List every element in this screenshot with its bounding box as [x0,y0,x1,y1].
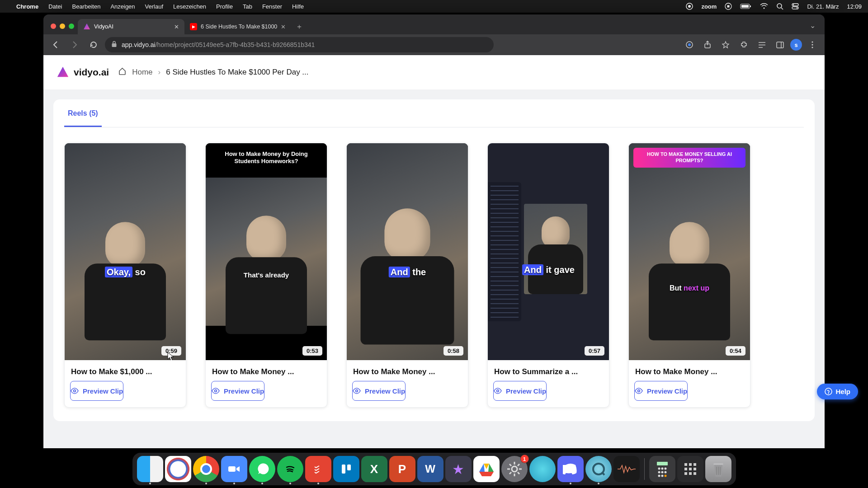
menubar-item[interactable]: Tab [243,3,252,10]
new-tab-button[interactable]: ＋ [293,20,306,33]
dock-todoist-icon[interactable] [305,456,331,482]
stop-circle-icon[interactable] [725,3,732,10]
close-window-button[interactable] [51,23,56,29]
preview-clip-button[interactable]: Preview Clip [352,381,406,401]
reel-card: How to Make Money by Doing Students Home… [205,143,327,408]
dock-imovie-icon[interactable]: ★ [445,456,472,482]
page-header: vidyo.ai Home › 6 Side Hustles To Make $… [43,55,825,89]
svg-rect-66 [684,468,687,470]
preview-clip-button[interactable]: Preview Clip [70,381,123,401]
wifi-icon[interactable] [760,3,768,9]
dock-quicktime-icon[interactable] [585,456,612,482]
menubar-item[interactable]: Verlauf [145,3,163,10]
svg-point-61 [661,475,663,477]
svg-rect-67 [689,468,692,470]
reel-caption: And the [389,267,426,277]
share-icon[interactable] [700,37,715,52]
menubar-item[interactable]: Anzeigen [110,3,135,10]
dock-discord-icon[interactable] [557,456,584,482]
duration-badge: 0:54 [726,346,745,356]
dock-launchpad-icon[interactable] [677,456,703,482]
record-icon[interactable] [686,3,693,10]
svg-rect-71 [693,472,696,475]
svg-point-1 [688,5,691,8]
brand-logo[interactable]: vidyo.ai [56,66,109,79]
svg-point-31 [497,390,499,392]
reel-caption: Okay, so [105,267,146,277]
search-icon[interactable] [776,3,783,10]
zoom-status[interactable]: zoom [701,3,717,10]
browser-toolbar: app.vidyo.ai/home/project/05149ee5-a7fb-… [43,34,825,55]
dock-trello-icon[interactable] [333,456,359,482]
svg-marker-42 [479,472,494,476]
help-widget[interactable]: Help [817,384,858,399]
reload-button[interactable] [86,37,101,52]
menubar-item[interactable]: Datei [48,3,62,10]
dock-word-icon[interactable]: W [417,456,443,482]
svg-point-25 [811,44,813,45]
dock-excel-icon[interactable]: X [361,456,387,482]
tab-close-icon[interactable]: ✕ [281,23,286,30]
browser-tab[interactable]: ▶ 6 Side Hustles To Make $1000 ✕ [184,19,291,34]
back-button[interactable] [48,37,63,52]
sidepanel-icon[interactable] [772,37,788,52]
breadcrumb-home[interactable]: Home [132,68,152,77]
reel-thumbnail[interactable]: HOW TO MAKE MONEY SELLING AI PROMPTS? Bu… [629,143,750,360]
menubar-item[interactable]: Bearbeiten [72,3,100,10]
menubar-item[interactable]: Lesezeichen [173,3,206,10]
tab-favicon-icon [83,23,90,30]
minimize-window-button[interactable] [60,23,65,29]
control-center-icon[interactable] [792,3,799,9]
chevron-right-icon: › [158,68,161,77]
dock-settings-icon[interactable]: 1 [501,456,528,482]
dock-safari-icon[interactable] [165,456,191,482]
reel-thumbnail[interactable]: And it gave 0:57 [488,143,609,360]
battery-icon[interactable] [740,3,752,9]
dock-finder-icon[interactable] [137,456,163,482]
menubar-app-name[interactable]: Chrome [16,3,38,10]
svg-rect-15 [112,43,117,47]
dock-zoom-icon[interactable] [221,456,247,482]
reel-caption: That's already [244,271,289,279]
dock-spotify-icon[interactable] [277,456,303,482]
svg-point-62 [664,475,666,477]
preview-clip-button[interactable]: Preview Clip [634,381,688,401]
bookmark-icon[interactable] [718,37,733,52]
reel-title: How to Summarize a ... [488,360,609,381]
google-lens-icon[interactable] [682,37,697,52]
home-icon[interactable] [118,67,127,78]
reel-title: How to Make Money ... [347,360,468,381]
dock-trash-icon[interactable] [705,456,731,482]
menubar-time[interactable]: 12:09 [847,3,862,10]
dock-calculator-icon[interactable] [649,456,675,482]
reel-thumbnail[interactable]: And the 0:58 [347,143,468,360]
menu-icon[interactable] [805,37,820,52]
extensions-icon[interactable] [736,37,751,52]
maximize-window-button[interactable] [69,23,74,29]
tab-reels[interactable]: Reels (5) [64,99,102,127]
dock-powerpoint-icon[interactable]: P [389,456,415,482]
text-overlay [488,182,521,321]
tabs-overflow-icon[interactable]: ⌄ [806,21,819,34]
dock-chrome-icon[interactable] [193,456,219,482]
menubar-item[interactable]: Fenster [262,3,282,10]
reel-card: Okay, so 0:59 How to Make $1,000 ... Pre… [64,143,186,408]
preview-clip-button[interactable]: Preview Clip [211,381,264,401]
preview-clip-button[interactable]: Preview Clip [493,381,547,401]
browser-tab[interactable]: VidyoAI ✕ [78,19,184,34]
reel-thumbnail[interactable]: Okay, so 0:59 [65,143,186,360]
menubar-item[interactable]: Profile [216,3,233,10]
reading-list-icon[interactable] [754,37,769,52]
address-bar[interactable]: app.vidyo.ai/home/project/05149ee5-a7fb-… [105,37,494,52]
profile-avatar[interactable]: s [790,39,802,51]
menubar-item[interactable]: Hilfe [292,3,304,10]
reel-card: And it gave 0:57 How to Summarize a ... … [487,143,609,408]
menubar-date[interactable]: Di. 21. März [807,3,839,10]
tab-close-icon[interactable]: ✕ [174,23,179,30]
dock-whatsapp-icon[interactable] [249,456,275,482]
forward-button[interactable] [67,37,82,52]
reel-thumbnail[interactable]: How to Make Money by Doing Students Home… [206,143,327,360]
dock-audio-icon[interactable] [613,456,640,482]
dock-app-icon[interactable] [529,456,556,482]
dock-drive-icon[interactable] [473,456,500,482]
